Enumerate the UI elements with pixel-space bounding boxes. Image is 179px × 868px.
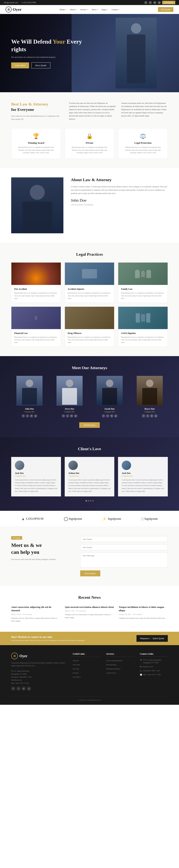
- attorney-royce-google[interactable]: g: [154, 414, 157, 417]
- contact-name-input[interactable]: [80, 536, 168, 542]
- social-twitter-icon[interactable]: t: [149, 1, 152, 4]
- top-quote-button[interactable]: Get Quote: [162, 1, 175, 4]
- practice-card-financial: $ Financial Law Reprehenderit qui in ea …: [11, 307, 61, 347]
- footer-phone: Info phone: (569) 0952 - 5195: [11, 676, 67, 679]
- footer-link-about-anchor[interactable]: About us: [73, 660, 79, 661]
- testimonial-role-2: Company Doe: [122, 475, 164, 477]
- testimonial-dot-1[interactable]: [88, 500, 89, 501]
- news-section: Recent News Amet consectetur adipiscing …: [0, 586, 179, 632]
- footer-link-about: About us: [73, 659, 101, 662]
- attorney-sarah-linkedin[interactable]: in: [110, 414, 113, 417]
- footer-service-labor-anchor[interactable]: Labor and Employment: [106, 660, 122, 661]
- attorney-john-facebook[interactable]: f: [22, 414, 25, 417]
- footer-contact-address: 📍 9711 E. Andrea Park Plaza Springfield,…: [140, 659, 168, 664]
- nav-home-caret: ▼: [65, 9, 66, 10]
- hero-get-quote-button[interactable]: Get a Quote: [31, 62, 50, 68]
- cta-button[interactable]: Request a Quick Quote: [137, 635, 168, 642]
- footer-service-banking: Banking and Finance: [106, 667, 134, 670]
- attorney-jerry-twitter[interactable]: t: [66, 414, 69, 417]
- contact-submit-button[interactable]: Find Lawyer: [80, 570, 100, 577]
- attorney-card-jerry: Jerry Doe Company Bio f t in g: [51, 376, 88, 417]
- contact-message-textarea[interactable]: [80, 553, 168, 567]
- contact-subtext: Our lawyers will create the most fitting…: [11, 558, 71, 561]
- nav-news[interactable]: News ▼: [92, 8, 98, 11]
- partner-logo-0: ▲ LOGOPSUM: [21, 517, 43, 521]
- news-card-2: Tempor incididunt ut labore et dolor mag…: [119, 606, 168, 622]
- attorney-royce-facebook[interactable]: f: [142, 414, 145, 417]
- testimonial-dot-3[interactable]: [92, 500, 94, 501]
- hero-learn-more-button[interactable]: Learn More: [11, 62, 29, 68]
- social-facebook-icon[interactable]: f: [144, 1, 147, 4]
- nav-contact[interactable]: Contact ▼: [112, 8, 120, 11]
- news-card-1: Quis nostrud exercitation ullamco labori…: [65, 606, 114, 622]
- footer-link-vision-anchor[interactable]: Our Vision: [73, 664, 80, 665]
- attorney-john-google[interactable]: g: [34, 414, 37, 417]
- footer-contact-col-heading: Contact Links: [140, 653, 168, 657]
- contact-email-input[interactable]: [80, 544, 168, 550]
- testimonial-dot-0[interactable]: [86, 500, 87, 501]
- cta-subtext: Sed ut perspiciatis unde omnis iste natu…: [11, 639, 85, 642]
- nav-service[interactable]: Service ▼: [80, 8, 88, 11]
- practices-heading: Legal Practices: [11, 252, 168, 257]
- hero-section: We Will Defend Your Every rights We spec…: [0, 14, 179, 92]
- attorney-sarah-google[interactable]: g: [114, 414, 117, 417]
- attorney-sarah-facebook[interactable]: f: [102, 414, 105, 417]
- footer-service-injury-anchor[interactable]: Personal Injury: [106, 664, 117, 665]
- footer-phone-icon: 📞: [140, 670, 142, 672]
- footer-contact-email-text: Info@oyer.com: [143, 665, 153, 668]
- nav-pages[interactable]: Pages ▼: [101, 8, 108, 11]
- nav-get-quote-button[interactable]: Get Quote: [158, 7, 173, 12]
- attorneys-heading: Meet Our Attorneys: [11, 365, 168, 370]
- contact-section: Get quote Meet us & wecan help you Our l…: [0, 527, 179, 586]
- footer-link-portfolio-anchor[interactable]: Portfolio: [73, 672, 79, 674]
- practice-fire-body: Fire Accident Reprehenderit qui in ea vo…: [11, 285, 61, 303]
- social-linkedin-icon[interactable]: in: [153, 1, 156, 4]
- footer-google-icon[interactable]: g: [27, 686, 31, 691]
- footer-brand: ⚖ Oyer Consectetur adipiscing elit sed d…: [11, 653, 67, 691]
- attorney-royce-linkedin[interactable]: in: [150, 414, 153, 417]
- attorney-jerry-role: Company Bio: [51, 411, 88, 413]
- attorney-sarah-twitter[interactable]: t: [106, 414, 109, 417]
- trophy-icon: 🏆: [15, 133, 57, 139]
- footer-facebook-icon[interactable]: f: [11, 686, 15, 691]
- partner-logo-text-2: logoipsum: [108, 517, 121, 521]
- attorney-john-twitter[interactable]: t: [26, 414, 29, 417]
- footer-service-banking-anchor[interactable]: Banking and Finance: [106, 668, 120, 670]
- social-google-icon[interactable]: g: [158, 1, 161, 4]
- nav-about[interactable]: About ▼: [70, 8, 77, 11]
- footer-twitter-icon[interactable]: t: [17, 686, 21, 691]
- testimonials-section: Client's Love Jack Doe Company Doe Lorem…: [0, 437, 179, 511]
- attorney-jerry-facebook[interactable]: f: [62, 414, 65, 417]
- footer-bottom: © 2024 Oyer All Rights Reserved.: [11, 696, 168, 701]
- attorney-jerry-image: [57, 376, 83, 406]
- attorney-john-name: John Doe: [11, 407, 48, 410]
- attorney-sarah-socials: f t in g: [91, 414, 128, 417]
- all-attorneys-button[interactable]: All Attorneys: [79, 422, 99, 428]
- footer-contact-phone: 📞 Info phone: (569) - 5195: [140, 670, 168, 672]
- footer-link-offices-anchor[interactable]: Our Offices: [73, 676, 81, 678]
- partner-logo-symbol-3: □: [141, 517, 144, 521]
- footer-linkedin-icon[interactable]: in: [22, 686, 26, 691]
- testimonial-dot-2[interactable]: [90, 500, 91, 501]
- news-meta-0: March 3, 2021 | No Comment: [11, 614, 60, 615]
- attorney-john-role: Company Bio: [11, 411, 48, 413]
- nav-home[interactable]: Home ▼: [60, 8, 67, 11]
- practice-civil-body: Civil Litigation Reprehenderit qui in ea…: [118, 329, 168, 347]
- practice-accident-body: Accident Injuries Reprehenderit qui in e…: [65, 285, 114, 303]
- practice-family-title: Family Law: [121, 288, 165, 290]
- footer-link-offices: Our Offices: [73, 675, 101, 678]
- footer-email-icon: ✉: [140, 665, 141, 668]
- attorney-jerry-google[interactable]: g: [74, 414, 78, 417]
- attorney-john-linkedin[interactable]: in: [30, 414, 33, 417]
- footer-service-legal-anchor[interactable]: Legal Services: [106, 672, 116, 674]
- about-heading: About Law & Attorney: [71, 177, 168, 182]
- footer-link-team-anchor[interactable]: Our team: [73, 668, 79, 670]
- contact-badge: Get quote: [11, 536, 22, 540]
- practice-fire-title: Fire Accident: [14, 288, 58, 290]
- attorney-royce-twitter[interactable]: t: [146, 414, 149, 417]
- footer-copyright: © 2024 Oyer All Rights Reserved.: [78, 699, 101, 701]
- attorneys-grid: John Doe Company Bio f t in g Jerry Doe …: [11, 376, 168, 417]
- practice-fire-image: [11, 262, 61, 285]
- attorney-jerry-linkedin[interactable]: in: [70, 414, 73, 417]
- footer-contact-email: ✉ Info@oyer.com: [140, 665, 168, 668]
